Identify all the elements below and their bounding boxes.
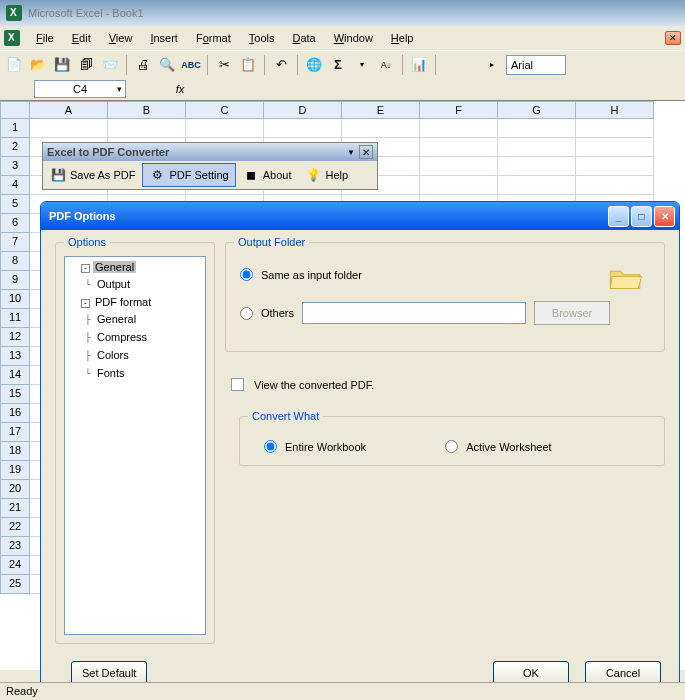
- cell[interactable]: [576, 138, 654, 157]
- others-path-input[interactable]: [302, 302, 526, 324]
- toolbar-options-icon[interactable]: ▸: [482, 55, 502, 75]
- minimize-button[interactable]: _: [608, 206, 629, 227]
- row-header[interactable]: 4: [0, 176, 30, 195]
- row-header[interactable]: 7: [0, 233, 30, 252]
- cell[interactable]: [108, 119, 186, 138]
- cell[interactable]: [264, 119, 342, 138]
- row-header[interactable]: 23: [0, 537, 30, 556]
- row-header[interactable]: 12: [0, 328, 30, 347]
- row-header[interactable]: 19: [0, 461, 30, 480]
- row-header[interactable]: 9: [0, 271, 30, 290]
- save-icon[interactable]: 💾: [52, 55, 72, 75]
- menu-tools[interactable]: Tools: [241, 30, 283, 46]
- about-button[interactable]: ◼ About: [236, 163, 299, 187]
- open-icon[interactable]: 📂: [28, 55, 48, 75]
- col-header[interactable]: E: [342, 101, 420, 119]
- cell[interactable]: [420, 119, 498, 138]
- tree-compress[interactable]: Compress: [95, 331, 149, 343]
- entire-workbook-radio[interactable]: [264, 440, 277, 453]
- tree-colors[interactable]: Colors: [95, 349, 131, 361]
- converter-toolbar[interactable]: Excel to PDF Converter ▼ ✕ 💾 Save As PDF…: [42, 142, 378, 190]
- others-radio[interactable]: [240, 307, 253, 320]
- row-header[interactable]: 5: [0, 195, 30, 214]
- autosum-icon[interactable]: Σ: [328, 55, 348, 75]
- row-header[interactable]: 13: [0, 347, 30, 366]
- converter-dropdown-icon[interactable]: ▼: [347, 148, 355, 157]
- row-header[interactable]: 8: [0, 252, 30, 271]
- cut-icon[interactable]: ✂: [214, 55, 234, 75]
- cell[interactable]: [576, 176, 654, 195]
- menu-file[interactable]: File: [28, 30, 62, 46]
- row-header[interactable]: 10: [0, 290, 30, 309]
- maximize-button[interactable]: □: [631, 206, 652, 227]
- menu-window[interactable]: Window: [326, 30, 381, 46]
- row-header[interactable]: 21: [0, 499, 30, 518]
- col-header[interactable]: D: [264, 101, 342, 119]
- tree-collapse-icon[interactable]: -: [81, 264, 90, 273]
- cell[interactable]: [498, 157, 576, 176]
- spelling-icon[interactable]: ABC: [181, 55, 201, 75]
- save-as-pdf-button[interactable]: 💾 Save As PDF: [43, 163, 142, 187]
- row-header[interactable]: 17: [0, 423, 30, 442]
- col-header[interactable]: F: [420, 101, 498, 119]
- menu-format[interactable]: Format: [188, 30, 239, 46]
- row-header[interactable]: 6: [0, 214, 30, 233]
- chart-icon[interactable]: 📊: [409, 55, 429, 75]
- options-tree[interactable]: -General └Output -PDF format ├General ├C…: [64, 256, 206, 635]
- select-all-corner[interactable]: [0, 101, 30, 119]
- cell[interactable]: [420, 176, 498, 195]
- dropdown-icon[interactable]: ▾: [352, 55, 372, 75]
- help-button[interactable]: 💡 Help: [298, 163, 355, 187]
- row-header[interactable]: 18: [0, 442, 30, 461]
- cell[interactable]: [498, 119, 576, 138]
- email-icon[interactable]: 📨: [100, 55, 120, 75]
- row-header[interactable]: 25: [0, 575, 30, 594]
- new-icon[interactable]: 📄: [4, 55, 24, 75]
- row-header[interactable]: 15: [0, 385, 30, 404]
- row-header[interactable]: 14: [0, 366, 30, 385]
- cell[interactable]: [186, 119, 264, 138]
- menu-insert[interactable]: Insert: [142, 30, 186, 46]
- copy-icon[interactable]: 📋: [238, 55, 258, 75]
- view-converted-checkbox[interactable]: [231, 378, 244, 391]
- tree-output[interactable]: Output: [95, 278, 132, 290]
- font-selector[interactable]: Arial: [506, 55, 566, 75]
- menu-help[interactable]: Help: [383, 30, 422, 46]
- cell[interactable]: [576, 119, 654, 138]
- tree-collapse-icon[interactable]: -: [81, 299, 90, 308]
- tree-pdf-format[interactable]: PDF format: [93, 296, 153, 308]
- row-header[interactable]: 1: [0, 119, 30, 138]
- cell[interactable]: [420, 138, 498, 157]
- cell[interactable]: [30, 119, 108, 138]
- row-header[interactable]: 20: [0, 480, 30, 499]
- permission-icon[interactable]: 🗐: [76, 55, 96, 75]
- col-header[interactable]: B: [108, 101, 186, 119]
- tree-general-sub[interactable]: General: [95, 313, 138, 325]
- tree-fonts[interactable]: Fonts: [95, 367, 127, 379]
- col-header[interactable]: A: [30, 101, 108, 119]
- cell[interactable]: [498, 138, 576, 157]
- print-icon[interactable]: 🖨: [133, 55, 153, 75]
- active-worksheet-radio[interactable]: [445, 440, 458, 453]
- row-header[interactable]: 24: [0, 556, 30, 575]
- pdf-setting-button[interactable]: ⚙ PDF Setting: [142, 163, 235, 187]
- cell[interactable]: [576, 157, 654, 176]
- col-header[interactable]: C: [186, 101, 264, 119]
- col-header[interactable]: H: [576, 101, 654, 119]
- converter-close-button[interactable]: ✕: [359, 145, 373, 159]
- row-header[interactable]: 16: [0, 404, 30, 423]
- hyperlink-icon[interactable]: 🌐: [304, 55, 324, 75]
- fx-icon[interactable]: fx: [170, 83, 190, 95]
- col-header[interactable]: G: [498, 101, 576, 119]
- menu-data[interactable]: Data: [284, 30, 323, 46]
- document-icon[interactable]: [4, 30, 20, 46]
- workbook-close-button[interactable]: ✕: [665, 31, 681, 45]
- row-header[interactable]: 3: [0, 157, 30, 176]
- dialog-close-button[interactable]: ✕: [654, 206, 675, 227]
- sort-icon[interactable]: A↓: [376, 55, 396, 75]
- menu-view[interactable]: View: [101, 30, 141, 46]
- cell[interactable]: [498, 176, 576, 195]
- same-as-input-radio[interactable]: [240, 268, 253, 281]
- cell[interactable]: [342, 119, 420, 138]
- menu-edit[interactable]: Edit: [64, 30, 99, 46]
